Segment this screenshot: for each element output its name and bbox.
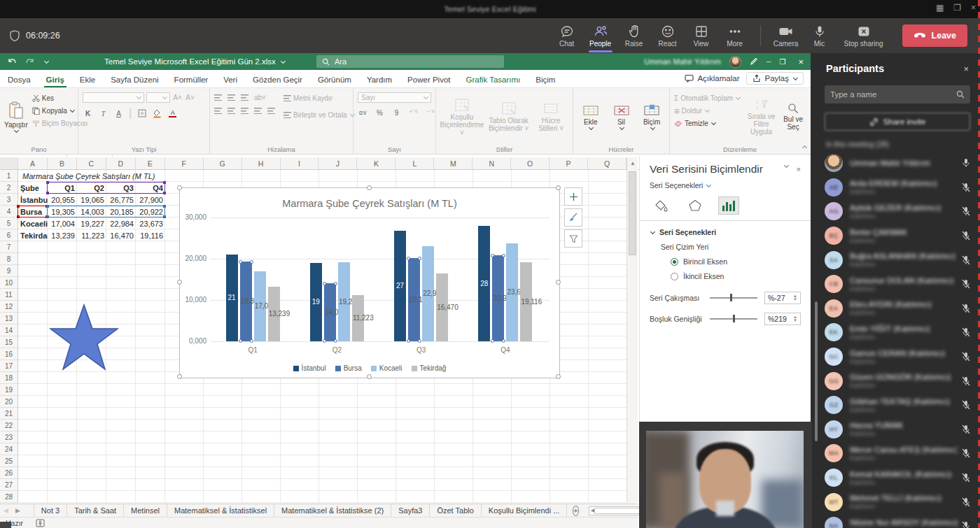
row-header-14[interactable]: 14 [0,324,18,336]
conditional-formatting-button[interactable]: Koşullu Biçimlendirme ˅ [440,91,484,143]
ribbon-tab-form-ller[interactable]: Formüller [167,72,216,87]
row-header-20[interactable]: 20 [0,396,18,408]
participant-row[interactable]: GGGüven GÜNGÖR (Katılımcı)Katılımcı [815,369,980,393]
account-avatar[interactable] [729,56,741,68]
mic-off-icon[interactable] [962,521,970,528]
autosum-button[interactable]: ΣOtomatik Toplam [674,92,742,104]
chart-resize-handle[interactable] [556,280,561,285]
mic-off-icon[interactable] [962,448,970,458]
overlap-slider-thumb[interactable] [730,294,732,301]
row-header-9[interactable]: 9 [0,265,18,277]
row-header-5[interactable]: 5 [0,217,18,229]
collapse-ribbon-icon[interactable] [802,145,807,150]
ribbon-tab-power-pivot[interactable]: Power Pivot [400,72,458,87]
chart-resize-handle[interactable] [177,185,182,190]
excel-search-box[interactable]: Ara [316,55,504,68]
branch-cell-0[interactable]: İstanbul [18,194,48,206]
participant-row[interactable]: GCGamze CERAN (Katılımcı)Katılımcı [815,345,980,369]
account-name[interactable]: Umman Mahir Yıldırım [644,57,721,66]
participant-search-input[interactable]: Type a name [825,85,970,104]
column-header-O[interactable]: O [511,157,550,169]
window-close-icon[interactable]: × [971,3,976,13]
align-right-icon[interactable] [241,108,248,114]
fill-button[interactable]: ⊞Doldur [674,105,742,117]
sheet-tab-tarih-saat[interactable]: Tarih & Saat [67,504,124,517]
mic-off-icon[interactable] [962,473,970,483]
value-cell[interactable]: 19,116 [136,229,165,241]
indent-decrease-icon[interactable] [254,108,262,114]
fill-line-tab[interactable] [651,197,672,215]
mic-off-icon[interactable] [962,231,970,241]
value-cell[interactable]: 26,775 [106,194,136,206]
column-header-A[interactable]: A [18,157,48,169]
value-cell[interactable]: 22,984 [106,217,136,229]
delete-cells-button[interactable]: Sil [608,91,635,143]
gap-slider-thumb[interactable] [733,315,735,322]
accessibility-icon[interactable] [36,519,45,527]
horizontal-scroll-thumb[interactable] [594,508,643,514]
row-header-23[interactable]: 23 [0,431,18,443]
row-header-2[interactable]: 2 [0,182,18,194]
chart-styles-button[interactable] [564,208,582,227]
fill-color-button[interactable] [152,108,162,119]
font-size-combo[interactable] [146,92,170,103]
shrink-font-button[interactable]: A˅ [185,92,195,103]
react-button[interactable]: React [652,24,683,48]
row-header-7[interactable]: 7 [0,241,18,253]
chart[interactable]: Marmara Şube Çeyrek Satışları (M TL) İst… [179,187,560,378]
star-shape[interactable] [49,304,119,372]
mic-on-icon[interactable] [962,158,970,168]
sheet-title-cell[interactable]: Marmara Şube Çeyrek Satışları (M TL) [18,170,172,182]
row-header-6[interactable]: 6 [0,229,18,241]
series-options-section[interactable]: Seri Seçenekleri [650,228,801,236]
column-header-B[interactable]: B [48,157,77,169]
row-header-18[interactable]: 18 [0,372,18,384]
series-selection-handle[interactable] [323,339,326,343]
find-select-button[interactable]: Bul ve Seç [780,91,806,143]
column-header-F[interactable]: F [165,157,204,169]
restore-icon[interactable]: ❐ [779,58,785,66]
window-grid-icon[interactable]: ▦ [936,3,944,13]
mic-off-icon[interactable] [962,183,970,192]
row-header-10[interactable]: 10 [0,277,18,289]
borders-button[interactable] [136,108,147,119]
row-header-19[interactable]: 19 [0,384,18,396]
row-header-8[interactable]: 8 [0,253,18,265]
sheet-nav-right-icon[interactable]: ▶ [12,507,24,514]
row-header-4[interactable]: 4 [0,206,18,217]
align-left-icon[interactable] [214,108,222,114]
column-header-M[interactable]: M [434,157,472,169]
column-header-K[interactable]: K [357,157,396,169]
participants-close-icon[interactable]: × [963,64,969,74]
column-header-Q[interactable]: Q [588,157,626,169]
format-cells-button[interactable]: Biçim [638,91,665,143]
column-header-G[interactable]: G [204,157,242,169]
chart-resize-handle[interactable] [367,185,372,190]
sheet-tab-matematiksel-i-statistikse-2-[interactable]: Matematiksel & İstatistikse (2) [274,504,391,517]
column-header-J[interactable]: J [318,157,357,169]
value-cell[interactable]: 20,955 [48,194,77,206]
branch-cell-3[interactable]: Tekirdağ [18,229,48,241]
series-selection-handle[interactable] [334,339,337,343]
value-cell[interactable]: 17,004 [48,217,77,229]
mic-off-icon[interactable] [962,279,970,289]
italic-button[interactable]: T [98,108,108,119]
mic-button[interactable]: Mic [804,24,835,48]
header-cell-Q2[interactable]: Q2 [77,182,106,194]
participants-scrollbar[interactable] [815,301,818,441]
cell-styles-button[interactable]: Hücre Stilleri ˅ [533,91,568,143]
quick-access-caret-icon[interactable] [44,58,49,63]
column-header-I[interactable]: I [281,157,319,169]
workbook-title[interactable]: Temel Seviye Microsoft Excel Eğitimi Gün… [104,57,285,66]
pencil-icon[interactable] [750,57,758,66]
series-selection-handle[interactable] [502,254,505,257]
close-icon[interactable]: × [794,57,808,67]
gap-width-slider[interactable] [710,318,757,320]
merge-center-button[interactable]: Birleştir ve Ortala [284,109,354,121]
vertical-scrollbar[interactable]: ▲ [626,157,638,503]
series-selection-handle[interactable] [250,260,253,264]
series-options-dropdown[interactable]: Seri Seçenekleri [650,181,801,190]
value-cell[interactable]: 19,305 [48,206,77,217]
branch-cell-1[interactable]: Bursa [18,206,48,217]
participant-row[interactable]: GZGökhan TEKTAŞ (Katılımcı)Katılımcı [815,393,980,418]
